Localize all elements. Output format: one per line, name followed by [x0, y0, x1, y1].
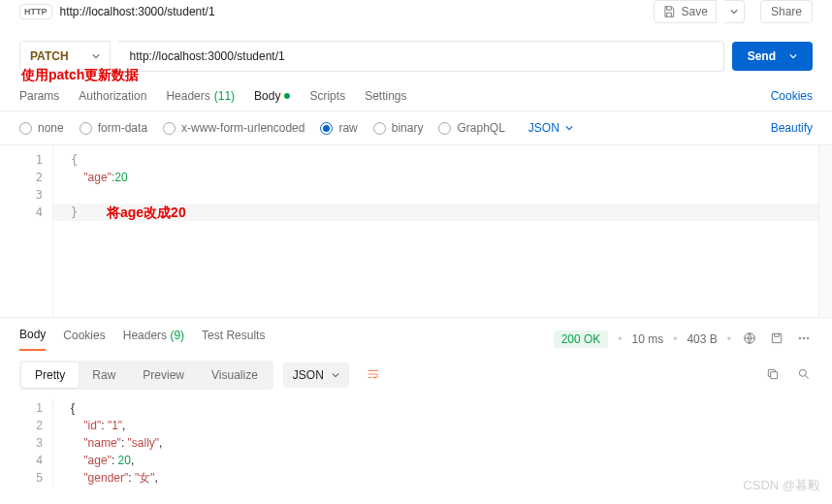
json-key: "age" [83, 171, 112, 184]
svg-point-3 [803, 337, 805, 339]
response-size: 403 B [687, 332, 717, 346]
method-select[interactable]: PATCH [19, 41, 111, 72]
resp-tab-test-results[interactable]: Test Results [202, 329, 265, 350]
radio-none[interactable]: none [19, 121, 64, 135]
save-label: Save [682, 5, 708, 18]
resp-tab-cookies[interactable]: Cookies [63, 329, 105, 350]
radio-form-data[interactable]: form-data [80, 121, 147, 135]
method-value: PATCH [30, 49, 69, 63]
tab-scripts[interactable]: Scripts [309, 81, 345, 110]
resp-line-gutter: 12345 [0, 399, 53, 487]
unsaved-dot-icon [284, 93, 290, 99]
tab-settings[interactable]: Settings [365, 81, 406, 110]
radio-graphql-label: GraphQL [457, 121, 504, 135]
radio-graphql[interactable]: GraphQL [438, 121, 504, 135]
radio-raw-label: raw [338, 121, 357, 135]
copy-icon[interactable] [764, 365, 782, 386]
tab-headers-label: Headers [166, 89, 209, 103]
resp-tab-headers[interactable]: Headers (9) [123, 329, 184, 350]
save-response-icon[interactable] [768, 330, 785, 350]
code-area[interactable]: { "age":20 } [53, 145, 818, 317]
http-badge: HTTP [19, 4, 52, 19]
wrap-lines-button[interactable] [359, 362, 388, 390]
svg-rect-5 [771, 371, 778, 378]
request-body-editor[interactable]: 1234 { "age":20 } 将age改成20 [0, 145, 832, 318]
search-icon[interactable] [795, 365, 813, 386]
radio-binary-label: binary [392, 121, 424, 135]
share-button[interactable]: Share [760, 0, 813, 23]
tab-url: http://localhost:3000/student/1 [60, 5, 215, 18]
response-body-viewer[interactable]: 12345 { "id": "1", "name": "sally", "age… [0, 399, 832, 487]
radio-form-label: form-data [98, 121, 147, 135]
tab-params[interactable]: Params [19, 81, 59, 110]
chevron-down-icon [730, 8, 738, 16]
body-format-select[interactable]: JSON [528, 121, 573, 135]
chevron-down-icon [565, 124, 573, 132]
tab-body-label: Body [254, 89, 280, 103]
brace-open: { [71, 153, 78, 167]
save-button[interactable]: Save [654, 0, 717, 23]
chevron-down-icon [789, 52, 797, 60]
resp-format-label: JSON [293, 368, 324, 382]
headers-count: (11) [214, 89, 235, 103]
radio-raw[interactable]: raw [320, 121, 357, 135]
chevron-down-icon [92, 52, 100, 60]
svg-point-2 [799, 337, 801, 339]
tab-authorization[interactable]: Authorization [79, 81, 146, 110]
beautify-button[interactable]: Beautify [771, 121, 813, 135]
resp-tab-body[interactable]: Body [19, 328, 46, 351]
url-input[interactable] [118, 41, 724, 72]
cookies-link[interactable]: Cookies [771, 89, 813, 103]
tab-body[interactable]: Body [254, 81, 290, 110]
line-gutter: 1234 [0, 145, 53, 317]
more-icon[interactable] [795, 330, 813, 350]
brace-close: } [71, 205, 78, 219]
seg-pretty[interactable]: Pretty [21, 362, 79, 388]
seg-visualize[interactable]: Visualize [198, 362, 272, 388]
svg-point-4 [807, 337, 809, 339]
json-value: :20 [112, 171, 128, 184]
resp-headers-label: Headers [123, 329, 167, 342]
body-format-label: JSON [528, 121, 560, 135]
radio-xform-label: x-www-form-urlencoded [181, 121, 304, 135]
tab-headers[interactable]: Headers (11) [166, 81, 235, 110]
radio-none-label: none [38, 121, 64, 135]
response-meta: 200 OK • 10 ms • 403 B • [554, 330, 813, 350]
seg-preview[interactable]: Preview [129, 362, 198, 388]
response-format-select[interactable]: JSON [283, 362, 349, 388]
radio-x-www-form-urlencoded[interactable]: x-www-form-urlencoded [163, 121, 304, 135]
response-time: 10 ms [632, 332, 664, 346]
network-icon[interactable] [741, 330, 758, 350]
send-button[interactable]: Send [732, 42, 813, 71]
status-code: 200 OK [554, 331, 609, 348]
save-dropdown[interactable] [724, 0, 745, 23]
chevron-down-icon [332, 371, 339, 379]
seg-raw[interactable]: Raw [79, 362, 129, 388]
scroll-marker [818, 145, 832, 317]
resp-code: { "id": "1", "name": "sally", "age": 20,… [71, 399, 832, 487]
send-label: Send [748, 49, 776, 63]
radio-binary[interactable]: binary [373, 121, 424, 135]
save-icon [662, 5, 676, 18]
resp-headers-count: (9) [170, 329, 184, 342]
svg-point-6 [799, 369, 806, 376]
view-mode-segment: Pretty Raw Preview Visualize [19, 361, 273, 390]
svg-rect-1 [772, 333, 781, 342]
